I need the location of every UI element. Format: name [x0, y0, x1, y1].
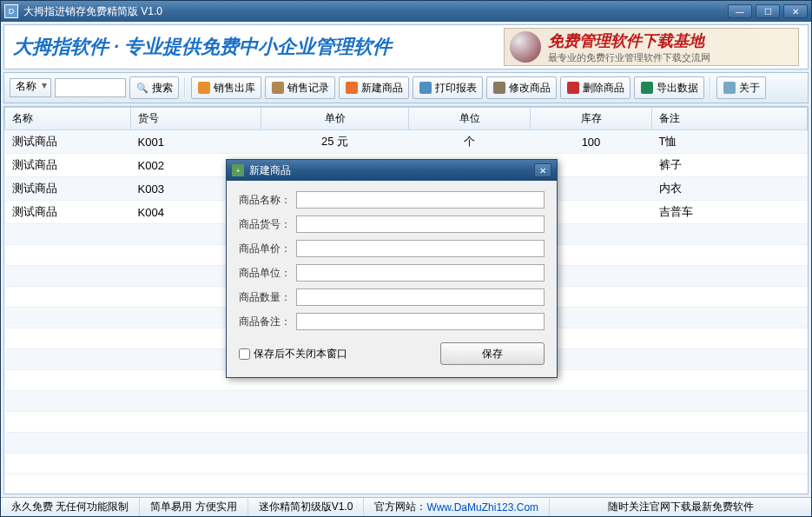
- cell-stock: 100: [531, 130, 652, 154]
- dialog-icon: +: [232, 164, 244, 176]
- sale-out-button[interactable]: 销售出库: [191, 76, 261, 99]
- dialog-footer: 保存后不关闭本窗口 保存: [239, 342, 545, 365]
- col-price[interactable]: 单价: [261, 108, 409, 130]
- cell-remark: 内衣: [652, 177, 808, 201]
- input-product-qty[interactable]: [296, 288, 545, 306]
- delete-product-button[interactable]: 删除商品: [560, 76, 630, 99]
- table-row-empty: [5, 454, 808, 474]
- edit-icon: [492, 81, 506, 95]
- table-header-row: 名称 货号 单价 单位 库存 备注: [5, 108, 808, 130]
- status-follow: 随时关注官网下载最新免费软件: [550, 498, 811, 516]
- new-product-button[interactable]: 新建商品: [339, 76, 409, 99]
- input-product-code[interactable]: [296, 215, 545, 233]
- cell-name: 测试商品: [5, 177, 131, 201]
- label-code: 商品货号：: [239, 217, 296, 232]
- input-product-price[interactable]: [296, 240, 545, 257]
- cell-unit: 个: [409, 130, 531, 154]
- status-version: 迷你精简初级版V1.0: [248, 498, 365, 516]
- label-qty: 商品数量：: [239, 290, 296, 305]
- window-buttons: — ☐ ✕: [728, 4, 808, 18]
- input-product-unit[interactable]: [296, 264, 545, 282]
- col-code[interactable]: 货号: [131, 108, 261, 130]
- export-data-button[interactable]: 导出数据: [634, 76, 704, 99]
- label-name: 商品名称：: [239, 193, 296, 208]
- save-button[interactable]: 保存: [440, 342, 545, 365]
- sale-record-icon: [271, 81, 285, 95]
- new-product-icon: [345, 81, 359, 95]
- titlebar: D 大拇指进销存免费精简版 V1.0 — ☐ ✕: [1, 1, 811, 22]
- separator: [710, 77, 711, 98]
- export-icon: [640, 81, 654, 95]
- col-stock[interactable]: 库存: [531, 108, 652, 130]
- label-unit: 商品单位：: [239, 266, 296, 281]
- banner: 大拇指软件 · 专业提供免费中小企业管理软件 免费管理软件下载基地 最专业的免费…: [3, 24, 809, 70]
- edit-product-button[interactable]: 修改商品: [486, 76, 557, 99]
- official-site-link[interactable]: Www.DaMuZhi123.Com: [426, 501, 538, 514]
- sale-out-icon: [197, 81, 211, 95]
- about-icon: [723, 81, 736, 95]
- status-free: 永久免费 无任何功能限制: [1, 498, 140, 516]
- col-unit[interactable]: 单位: [409, 108, 531, 130]
- table-row-empty: [5, 433, 808, 454]
- cell-name: 测试商品: [5, 201, 131, 224]
- search-icon: [135, 81, 149, 95]
- statusbar: 永久免费 无任何功能限制 简单易用 方便实用 迷你精简初级版V1.0 官方网站：…: [1, 497, 811, 516]
- search-button[interactable]: 搜索: [129, 76, 179, 99]
- filter-field-select[interactable]: 名称: [10, 78, 51, 97]
- status-site: 官方网站： Www.DaMuZhi123.Com: [364, 498, 550, 516]
- label-price: 商品单价：: [239, 242, 296, 256]
- cell-code: K001: [131, 130, 261, 154]
- cell-remark: 吉普车: [652, 201, 808, 224]
- table-row-empty: [5, 391, 808, 412]
- minimize-button[interactable]: —: [728, 4, 752, 18]
- ad-line1: 免费管理软件下载基地: [548, 30, 710, 51]
- dialog-close-button[interactable]: ✕: [534, 163, 551, 177]
- status-easy: 简单易用 方便实用: [140, 498, 248, 516]
- toolbar: 名称 搜索 销售出库 销售记录 新建商品 打印报表 修改商品 删除商品 导出数据…: [3, 72, 809, 103]
- col-remark[interactable]: 备注: [652, 108, 808, 130]
- cell-price: 25 元: [261, 130, 409, 154]
- input-product-remark[interactable]: [296, 313, 545, 330]
- dialog-body: 商品名称： 商品货号： 商品单价： 商品单位： 商品数量： 商品备注： 保存后不…: [227, 181, 557, 377]
- sale-record-button[interactable]: 销售记录: [265, 76, 335, 99]
- cell-name: 测试商品: [5, 154, 131, 177]
- separator: [184, 77, 186, 98]
- dialog-titlebar[interactable]: + 新建商品 ✕: [227, 160, 557, 181]
- globe-icon: [510, 31, 541, 63]
- input-product-name[interactable]: [296, 191, 545, 209]
- about-button[interactable]: 关于: [716, 76, 766, 99]
- close-button[interactable]: ✕: [783, 4, 808, 18]
- delete-icon: [566, 81, 580, 95]
- print-icon: [419, 81, 432, 95]
- keep-open-check[interactable]: 保存后不关闭本窗口: [239, 347, 440, 361]
- cell-name: 测试商品: [5, 130, 131, 154]
- app-icon: D: [4, 4, 18, 18]
- label-remark: 商品备注：: [239, 315, 296, 329]
- cell-remark: 裤子: [652, 154, 808, 177]
- new-product-dialog: + 新建商品 ✕ 商品名称： 商品货号： 商品单价： 商品单位： 商品数量： 商…: [226, 159, 558, 378]
- ad-text: 免费管理软件下载基地 最专业的免费行业管理软件下载交流网: [548, 30, 710, 64]
- maximize-button[interactable]: ☐: [756, 4, 780, 18]
- table-row[interactable]: 测试商品K00125 元个100T恤: [5, 130, 808, 154]
- banner-title: 大拇指软件 · 专业提供免费中小企业管理软件: [13, 34, 504, 60]
- cell-remark: T恤: [652, 130, 808, 154]
- ad-line2: 最专业的免费行业管理软件下载交流网: [548, 51, 710, 64]
- print-report-button[interactable]: 打印报表: [413, 76, 483, 99]
- search-input[interactable]: [55, 78, 126, 97]
- banner-ad[interactable]: 免费管理软件下载基地 最专业的免费行业管理软件下载交流网: [504, 28, 799, 66]
- window-title: 大拇指进销存免费精简版 V1.0: [23, 4, 728, 19]
- col-name[interactable]: 名称: [5, 108, 131, 130]
- dialog-title: 新建商品: [249, 163, 534, 178]
- keep-open-checkbox[interactable]: [239, 348, 250, 360]
- table-row-empty: [5, 412, 808, 433]
